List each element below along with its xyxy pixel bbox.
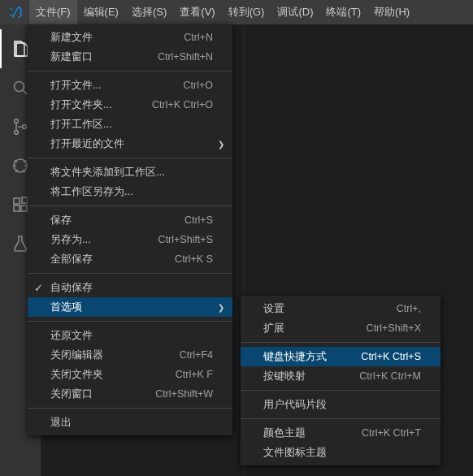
svg-rect-5 (14, 198, 20, 204)
svg-point-1 (15, 119, 19, 123)
menu-item-label: 颜色主题 (263, 426, 362, 440)
pref-menu-separator (241, 390, 440, 391)
menu-item-shortcut: Ctrl+Shift+X (367, 322, 421, 334)
file-menu-item[interactable]: ✓自动保存 (28, 278, 232, 297)
file-menu-item[interactable]: 关闭编辑器Ctrl+F4 (28, 345, 232, 365)
file-menu-item[interactable]: 打开文件...Ctrl+O (28, 76, 232, 95)
file-menu-item[interactable]: 关闭窗口Ctrl+Shift+W (28, 384, 232, 404)
pref-menu-separator (241, 418, 440, 419)
menu-item-label: 全部保存 (50, 252, 175, 266)
pref-menu-item[interactable]: 按键映射Ctrl+K Ctrl+M (241, 366, 440, 386)
file-menu-item[interactable]: 打开最近的文件❯ (28, 134, 232, 154)
menu-item-shortcut: Ctrl+N (184, 32, 213, 43)
file-menu-item[interactable]: 将文件夹添加到工作区... (28, 162, 232, 182)
file-menu-item[interactable]: 将工作区另存为... (28, 182, 232, 201)
menu-item-shortcut: Ctrl+S (184, 214, 213, 226)
pref-menu-separator (241, 342, 440, 343)
menu-item-label: 设置 (263, 301, 397, 316)
menu-item-label: 另存为... (50, 232, 158, 247)
file-menu-dropdown: 新建文件Ctrl+N新建窗口Ctrl+Shift+N打开文件...Ctrl+O打… (28, 24, 232, 435)
menu-item-label: 关闭窗口 (50, 387, 155, 401)
file-menu-item[interactable]: 全部保存Ctrl+K S (28, 249, 232, 269)
menu-top-2[interactable]: 选择(S) (125, 0, 173, 24)
menu-item-label: 按键映射 (263, 369, 359, 383)
menu-item-label: 关闭编辑器 (50, 348, 180, 362)
preferences-submenu: 设置Ctrl+,扩展Ctrl+Shift+X键盘快捷方式Ctrl+K Ctrl+… (241, 296, 440, 465)
file-menu-item[interactable]: 保存Ctrl+S (28, 210, 232, 230)
svg-point-2 (15, 131, 19, 135)
menu-top-4[interactable]: 转到(G) (222, 0, 271, 24)
pref-menu-item[interactable]: 键盘快捷方式Ctrl+K Ctrl+S (241, 347, 440, 366)
menu-item-label: 打开文件夹... (50, 97, 152, 112)
svg-point-3 (23, 125, 27, 129)
file-menu-separator (28, 321, 232, 322)
file-menu-item[interactable]: 还原文件 (28, 326, 232, 345)
pref-menu-item[interactable]: 文件图标主题 (241, 443, 440, 462)
check-icon: ✓ (34, 282, 43, 294)
menu-item-label: 扩展 (263, 321, 367, 335)
menu-item-label: 关闭文件夹 (50, 367, 176, 382)
menu-item-label: 打开文件... (50, 78, 184, 93)
file-menu-item[interactable]: 新建文件Ctrl+N (28, 28, 232, 47)
menu-top-0[interactable]: 文件(F) (29, 0, 77, 24)
menu-top-3[interactable]: 查看(V) (173, 0, 221, 24)
menu-item-label: 自动保存 (50, 280, 213, 295)
svg-rect-8 (22, 197, 28, 203)
menu-item-label: 还原文件 (50, 328, 213, 343)
file-menu-separator (28, 273, 232, 274)
svg-point-0 (15, 82, 24, 92)
menu-item-shortcut: Ctrl+Shift+S (158, 234, 213, 245)
menu-item-shortcut: Ctrl+K F (176, 369, 213, 380)
menu-item-shortcut: Ctrl+K Ctrl+S (361, 351, 421, 362)
menu-item-shortcut: Ctrl+K Ctrl+M (359, 370, 421, 382)
pref-menu-item[interactable]: 设置Ctrl+, (241, 299, 440, 318)
file-menu-separator (28, 158, 232, 158)
menu-item-shortcut: Ctrl+, (397, 303, 421, 314)
pref-menu-item[interactable]: 颜色主题Ctrl+K Ctrl+T (241, 423, 440, 443)
menu-item-label: 打开工作区... (50, 117, 213, 132)
chevron-right-icon: ❯ (218, 140, 224, 149)
file-menu-separator (28, 206, 232, 206)
menu-item-label: 退出 (50, 415, 213, 430)
file-menu-separator (28, 408, 232, 409)
svg-rect-7 (21, 206, 27, 211)
menu-item-shortcut: Ctrl+Shift+N (158, 51, 213, 63)
file-menu-item[interactable]: 退出 (28, 413, 232, 432)
menu-item-label: 新建文件 (50, 30, 184, 45)
file-menu-item[interactable]: 打开文件夹...Ctrl+K Ctrl+O (28, 95, 232, 115)
menu-item-label: 首选项 (50, 300, 213, 314)
menubar: 文件(F)编辑(E)选择(S)查看(V)转到(G)调试(D)终端(T)帮助(H) (0, 0, 473, 24)
menu-item-shortcut: Ctrl+K Ctrl+O (152, 99, 213, 110)
menu-item-label: 键盘快捷方式 (263, 349, 361, 364)
file-menu-item[interactable]: 首选项❯ (28, 297, 232, 317)
menu-item-label: 将文件夹添加到工作区... (50, 165, 213, 180)
menu-item-label: 文件图标主题 (263, 445, 421, 460)
pref-menu-item[interactable]: 用户代码片段 (241, 395, 440, 414)
menu-top-7[interactable]: 帮助(H) (367, 0, 416, 24)
file-menu-item[interactable]: 另存为...Ctrl+Shift+S (28, 230, 232, 249)
menu-item-shortcut: Ctrl+F4 (180, 349, 213, 361)
pref-menu-item[interactable]: 扩展Ctrl+Shift+X (241, 318, 440, 338)
menu-top-5[interactable]: 调试(D) (271, 0, 319, 24)
file-menu-item[interactable]: 新建窗口Ctrl+Shift+N (28, 47, 232, 67)
svg-rect-6 (14, 206, 20, 211)
menu-item-shortcut: Ctrl+K Ctrl+T (362, 427, 421, 439)
menu-item-shortcut: Ctrl+Shift+W (155, 388, 213, 400)
app-icon (2, 5, 29, 19)
file-menu-separator (28, 71, 232, 71)
chevron-right-icon: ❯ (218, 303, 224, 312)
file-menu-item[interactable]: 打开工作区... (28, 115, 232, 134)
file-menu-item[interactable]: 关闭文件夹Ctrl+K F (28, 365, 232, 384)
menu-item-shortcut: Ctrl+K S (175, 253, 213, 265)
menu-top-6[interactable]: 终端(T) (319, 0, 367, 24)
menu-item-label: 打开最近的文件 (50, 136, 213, 151)
menu-item-label: 用户代码片段 (263, 397, 421, 412)
menu-item-label: 保存 (50, 213, 184, 227)
menu-item-label: 将工作区另存为... (50, 184, 213, 199)
menu-item-label: 新建窗口 (50, 50, 158, 64)
menu-item-shortcut: Ctrl+O (184, 80, 213, 91)
menu-top-1[interactable]: 编辑(E) (77, 0, 125, 24)
